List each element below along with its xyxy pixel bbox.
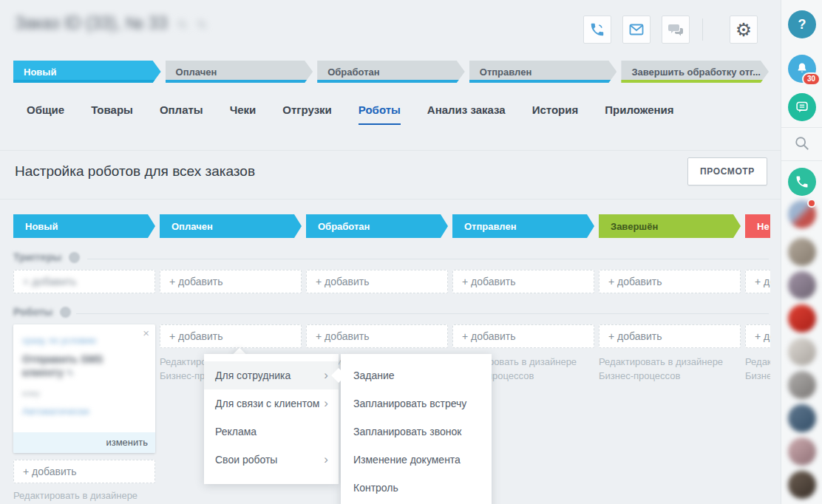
avatar[interactable] [788,404,816,432]
tab-shipments[interactable]: Отгрузки [282,103,332,125]
submenu-item-change-document[interactable]: Изменение документа [341,446,492,474]
triggers-section-header: Триггеры [13,251,80,263]
menu-item-for-employee[interactable]: Для сотрудника› [204,361,339,389]
info-icon[interactable] [60,307,71,318]
robot-card: × сразу, по условию Отправить SMS клиент… [13,324,155,453]
sidebar-divider [781,160,822,161]
add-trigger-button[interactable]: + добавить [599,270,741,293]
phone-icon [795,174,809,189]
messenger-button[interactable] [788,93,816,121]
tab-payments[interactable]: Оплаты [160,103,203,125]
triggers-add-row: + добавить + добавить + добавить + добав… [13,270,770,293]
notifications-button[interactable]: 30 [788,55,816,83]
add-trigger-button[interactable]: + добавить [745,270,770,293]
robot-stage-completed[interactable]: Завершён [599,214,741,238]
status-stage-paid[interactable]: Оплачен [166,61,313,83]
add-trigger-button[interactable]: + добавить [452,270,594,293]
tab-robots[interactable]: Роботы [359,103,401,125]
section-line [76,313,769,314]
robots-label: Роботы [13,306,52,318]
robot-stage-paid[interactable]: Оплачен [160,214,302,238]
add-trigger-button[interactable]: + добавить [160,270,302,293]
avatar[interactable] [788,271,816,299]
avatar[interactable] [788,238,816,266]
employee-robots-submenu: Задание Запланировать встречу Запланиров… [341,354,492,504]
robot-stage-processed[interactable]: Обработан [306,214,448,238]
robot-stage-sent[interactable]: Отправлен [452,214,594,238]
add-trigger-button[interactable]: + добавить [13,270,155,293]
chat-bubbles-icon [667,21,685,38]
robots-status-bar: Новый Оплачен Обработан Отправлен Заверш… [13,214,770,238]
toolbar-divider [702,18,703,41]
tab-general[interactable]: Общие [27,103,64,125]
gear-icon: ⚙ [736,21,752,39]
chat-lines-icon [794,99,810,115]
tab-apps[interactable]: Приложения [605,103,673,125]
search-button[interactable] [794,135,810,151]
add-robot-button[interactable]: + добавить [745,324,770,348]
add-robot-button[interactable]: + добавить [452,324,594,348]
add-robot-button[interactable]: + добавить [13,460,155,483]
triggers-label: Триггеры [13,251,61,263]
robot-stage-failed[interactable]: Не [745,214,770,238]
order-page: Заказ ID (33), № 33✎✎ ⚙ Новый Оплачен Об… [0,0,822,504]
notification-dot [807,199,816,208]
designer-hint[interactable]: Редактировать в дизайнереБизнес-процессо… [745,355,770,383]
robot-stage-new[interactable]: Новый [13,214,155,238]
settings-button[interactable]: ⚙ [730,16,758,44]
menu-item-ads[interactable]: Реклама [204,418,339,446]
tab-order-analysis[interactable]: Анализ заказа [427,103,506,125]
chevron-right-icon: › [324,361,328,389]
avatar[interactable] [788,371,816,399]
chat-button[interactable] [662,16,690,44]
tab-receipts[interactable]: Чеки [230,103,257,125]
view-button[interactable]: ПРОСМОТР [687,157,767,185]
designer-hint[interactable]: Редактировать в дизайнере [13,488,137,503]
right-sidebar: ? 30 [781,0,822,504]
menu-item-client-communication[interactable]: Для связи с клиентом› [204,389,339,418]
status-stage-finish[interactable]: Завершить обработку отг... [621,61,769,83]
search-icon [794,135,810,151]
section-line [87,259,769,259]
avatar[interactable] [788,471,816,499]
add-robot-button[interactable]: + добавить [306,324,448,348]
email-button[interactable] [622,16,651,44]
add-robot-button[interactable]: + добавить [599,324,741,348]
submenu-item-task[interactable]: Задание [341,361,492,389]
add-trigger-button[interactable]: + добавить [306,270,448,293]
info-icon[interactable] [69,252,80,263]
robot-assignee-link[interactable]: Автоматически [22,406,89,417]
add-robot-button[interactable]: + добавить [160,324,302,348]
robot-condition-link[interactable]: сразу, по условию [22,336,96,346]
chevron-right-icon: › [324,389,328,418]
tab-products[interactable]: Товары [91,103,133,125]
submenu-item-plan-meeting[interactable]: Запланировать встречу [341,389,492,418]
order-title-text: Заказ ID (33), № 33 [15,13,167,33]
edit-robot-link[interactable]: изменить [106,437,148,448]
help-button[interactable]: ? [788,10,816,38]
menu-item-custom-robots[interactable]: Свои роботы› [204,446,339,474]
status-stage-sent[interactable]: Отправлен [469,61,617,83]
status-stage-new[interactable]: Новый [13,61,161,83]
designer-hint[interactable]: Редактировать в дизайнереБизнес-процессо… [599,355,741,383]
avatar[interactable] [788,304,816,333]
avatar[interactable] [788,437,816,466]
edit-title-icon[interactable]: ✎ [177,18,187,32]
page-title: Заказ ID (33), № 33✎✎ [15,13,207,33]
notification-count-badge: 30 [802,72,821,86]
avatar[interactable] [788,338,816,366]
tab-history[interactable]: История [532,103,579,125]
call-button[interactable] [583,16,611,44]
submenu-item-control[interactable]: Контроль [341,474,492,502]
robot-card-footer: изменить [13,432,155,453]
submenu-item-plan-call[interactable]: Запланировать звонок [341,418,492,446]
divider [0,150,781,151]
sidebar-divider [781,127,822,128]
close-icon[interactable]: × [143,327,149,338]
pencil-icon[interactable]: ✎ [67,368,74,378]
edit-order-icon[interactable]: ✎ [197,18,207,32]
telephony-button[interactable] [788,168,816,196]
divider [0,199,781,200]
status-stage-processed[interactable]: Обработан [317,61,465,83]
order-tabs: Общие Товары Оплаты Чеки Отгрузки Роботы… [27,103,674,125]
